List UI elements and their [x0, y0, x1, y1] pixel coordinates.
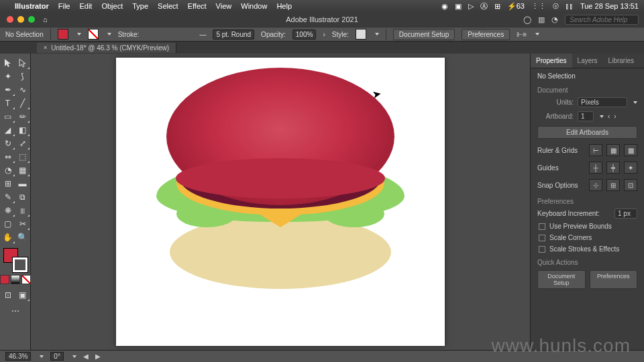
hand-tool[interactable]: ✋ — [1, 231, 15, 244]
battery-icon[interactable]: ⚡63 — [507, 2, 525, 11]
scale-tool[interactable]: ⤢ — [15, 137, 30, 150]
lock-guides-icon[interactable]: ┿ — [606, 162, 620, 174]
qa-document-setup-button[interactable]: Document Setup — [537, 270, 586, 289]
rotate-field[interactable]: 0° — [50, 352, 64, 361]
burger-illustration[interactable] — [153, 120, 408, 296]
type-tool[interactable]: T — [1, 97, 15, 110]
search-input[interactable] — [565, 15, 639, 25]
snap-pixel-icon[interactable]: ⊡ — [624, 179, 637, 191]
edit-toolbar[interactable]: ⋯ — [8, 304, 23, 318]
menu-view[interactable]: View — [216, 2, 232, 10]
rotate-tool[interactable]: ↻ — [1, 137, 15, 150]
bell-icon[interactable]: ◔ — [551, 15, 558, 24]
zoom-tool[interactable]: 🔍 — [15, 231, 30, 244]
graph-tool[interactable]: ⫼ — [15, 204, 30, 217]
snap-point-icon[interactable]: ⊹ — [589, 179, 602, 191]
slice-tool[interactable]: ✂ — [15, 217, 30, 231]
eyedropper-tool[interactable]: ✎ — [1, 190, 15, 204]
stroke-swatch[interactable] — [88, 29, 99, 40]
clock[interactable]: Tue 28 Sep 13:51 — [580, 2, 639, 10]
tab-libraries[interactable]: Libraries — [603, 54, 639, 68]
maximize-icon[interactable] — [28, 16, 35, 23]
prev-artboard-icon[interactable]: ‹ — [608, 113, 610, 120]
perspective-tool[interactable]: ▦ — [15, 164, 30, 177]
home-icon[interactable]: ⌂ — [43, 15, 48, 23]
paintbrush-tool[interactable]: ✏ — [15, 110, 30, 123]
minimize-icon[interactable] — [17, 16, 24, 23]
color-mode-none[interactable] — [21, 275, 31, 284]
color-mode-gradient[interactable] — [11, 275, 20, 284]
wifi-icon[interactable]: ⋮⋮ — [531, 2, 546, 11]
scale-corners-checkbox[interactable] — [539, 235, 545, 241]
menu-select[interactable]: Select — [158, 2, 178, 10]
preferences-button[interactable]: Preferences — [462, 29, 510, 40]
control-center-icon[interactable]: ⫿⫿ — [566, 2, 574, 10]
menu-help[interactable]: Help — [276, 2, 292, 10]
gradient-tool[interactable]: ▬ — [15, 177, 30, 190]
stroke-color-icon[interactable] — [13, 257, 28, 272]
align-icon[interactable]: ⊩≡ — [517, 31, 527, 38]
lasso-tool[interactable]: ⟆ — [15, 70, 30, 83]
user-icon[interactable]: ◯ — [523, 15, 531, 24]
menu-effect[interactable]: Effect — [188, 2, 207, 10]
app-name[interactable]: Illustrator — [15, 2, 49, 10]
show-guides-icon[interactable]: ┼ — [589, 162, 602, 174]
magic-wand-tool[interactable]: ✦ — [1, 70, 15, 83]
color-mode-solid[interactable] — [0, 275, 9, 284]
next-artboard-icon[interactable]: › — [614, 113, 616, 120]
artboard[interactable]: ➤ — [116, 58, 445, 346]
eraser-tool[interactable]: ◧ — [15, 123, 30, 137]
edit-artboards-button[interactable]: Edit Artboards — [537, 126, 637, 139]
screen-icon[interactable]: ▣ — [455, 2, 462, 11]
shaper-tool[interactable]: ◢ — [1, 123, 15, 137]
use-preview-checkbox[interactable] — [539, 223, 545, 230]
shape-builder-tool[interactable]: ◔ — [1, 164, 15, 177]
nav-next-icon[interactable]: ▶ — [95, 353, 101, 360]
tab-layers[interactable]: Layers — [572, 54, 603, 68]
rectangle-tool[interactable]: ▭ — [1, 110, 15, 123]
a-icon[interactable]: Ⓐ — [480, 1, 488, 11]
nav-prev-icon[interactable]: ◀ — [83, 353, 89, 360]
pen-tool[interactable]: ✒ — [1, 83, 15, 97]
menu-object[interactable]: Object — [101, 2, 123, 10]
units-field[interactable]: Pixels — [578, 97, 627, 107]
tab-properties[interactable]: Properties — [531, 54, 572, 68]
symbol-sprayer-tool[interactable]: ❋ — [1, 204, 15, 217]
arrange-icon[interactable]: ▥ — [538, 15, 545, 24]
grid-icon[interactable]: ▦ — [606, 144, 620, 156]
artboard-tool[interactable]: ▢ — [1, 217, 15, 231]
close-tab-icon[interactable]: × — [44, 44, 47, 51]
opacity-field[interactable]: 100% — [292, 29, 317, 40]
screen-mode[interactable]: ▣ — [15, 288, 30, 302]
width-tool[interactable]: ⇔ — [1, 150, 15, 164]
fill-stroke-control[interactable] — [3, 248, 28, 272]
free-transform-tool[interactable]: ⬚ — [15, 150, 30, 164]
curvature-tool[interactable]: ∿ — [15, 83, 30, 97]
blend-tool[interactable]: ⧉ — [15, 190, 30, 204]
menu-edit[interactable]: Edit — [79, 2, 92, 10]
menu-type[interactable]: Type — [132, 2, 148, 10]
canvas-area[interactable]: ➤ — [31, 54, 530, 350]
ruler-icon[interactable]: ⊢ — [589, 144, 602, 156]
cc-icon[interactable]: ⊞ — [494, 2, 500, 11]
zoom-field[interactable]: 46.3% — [5, 352, 31, 361]
scale-strokes-checkbox[interactable] — [539, 246, 545, 253]
menu-window[interactable]: Window — [241, 2, 267, 10]
record-icon[interactable]: ◉ — [441, 2, 448, 11]
menu-file[interactable]: File — [58, 2, 70, 10]
snap-grid-icon[interactable]: ⊞ — [606, 179, 620, 191]
document-setup-button[interactable]: Document Setup — [393, 29, 455, 40]
style-swatch[interactable] — [356, 29, 366, 40]
kb-increment-field[interactable]: 1 px — [614, 208, 637, 219]
direct-selection-tool[interactable] — [15, 56, 30, 70]
transparency-grid-icon[interactable]: ▩ — [624, 144, 637, 156]
line-tool[interactable]: ╱ — [15, 97, 30, 110]
draw-mode[interactable]: ⊡ — [1, 288, 15, 302]
artboard-field[interactable]: 1 — [578, 111, 594, 121]
stroke-weight-field[interactable]: 5 pt. Round — [213, 29, 254, 40]
qa-preferences-button[interactable]: Preferences — [590, 270, 638, 289]
mesh-tool[interactable]: ⊞ — [1, 177, 15, 190]
smart-guides-icon[interactable]: ✦ — [624, 162, 637, 174]
selection-tool[interactable] — [1, 56, 15, 70]
play-icon[interactable]: ▷ — [468, 2, 474, 11]
